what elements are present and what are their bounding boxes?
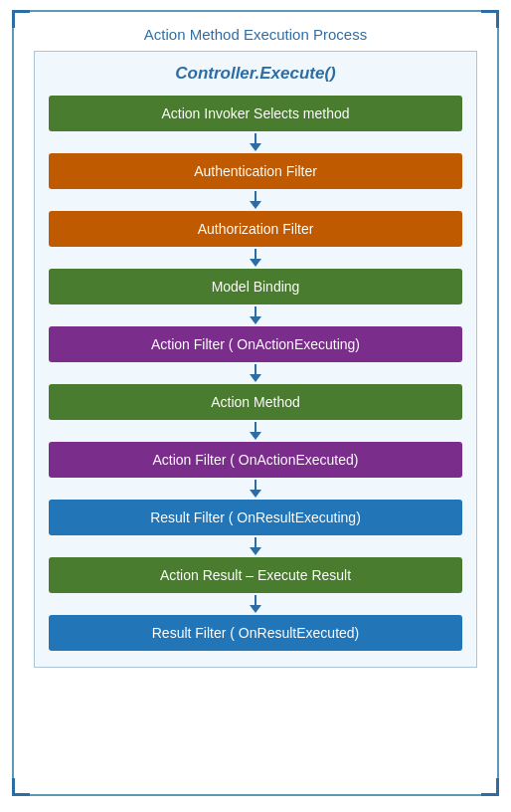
arrow-0 bbox=[250, 133, 261, 151]
arrow-2 bbox=[250, 249, 261, 267]
corner-tr bbox=[481, 10, 499, 28]
arrow-line bbox=[255, 133, 256, 143]
arrow-head bbox=[250, 259, 261, 267]
flow-container: Action Invoker Selects methodAuthenticat… bbox=[49, 96, 462, 651]
outer-container: Action Method Execution Process Controll… bbox=[12, 10, 499, 796]
arrow-1 bbox=[250, 191, 261, 209]
arrow-head bbox=[250, 432, 261, 440]
flow-item-authorization-filter: Authorization Filter bbox=[49, 211, 462, 247]
flow-item-authentication-filter: Authentication Filter bbox=[49, 153, 462, 189]
arrow-line bbox=[255, 249, 256, 259]
flow-item-result-filter-executed: Result Filter ( OnResultExecuted) bbox=[49, 615, 462, 651]
arrow-line bbox=[255, 422, 256, 432]
corner-br bbox=[481, 778, 499, 796]
arrow-head bbox=[250, 201, 261, 209]
flow-item-action-invoker: Action Invoker Selects method bbox=[49, 96, 462, 131]
arrow-line bbox=[255, 364, 256, 374]
flow-item-result-filter-executing: Result Filter ( OnResultExecuting) bbox=[49, 500, 462, 535]
flow-item-model-binding: Model Binding bbox=[49, 269, 462, 304]
arrow-head bbox=[250, 605, 261, 613]
corner-tl bbox=[12, 10, 30, 28]
flow-item-action-method: Action Method bbox=[49, 384, 462, 420]
arrow-line bbox=[255, 480, 256, 490]
arrow-line bbox=[255, 191, 256, 201]
arrow-4 bbox=[250, 364, 261, 382]
arrow-head bbox=[250, 316, 261, 324]
arrow-line bbox=[255, 306, 256, 316]
arrow-line bbox=[255, 595, 256, 605]
arrow-3 bbox=[250, 306, 261, 324]
arrow-head bbox=[250, 374, 261, 382]
arrow-5 bbox=[250, 422, 261, 440]
arrow-head bbox=[250, 143, 261, 151]
arrow-6 bbox=[250, 480, 261, 498]
page-title: Action Method Execution Process bbox=[34, 26, 477, 43]
flow-item-action-filter-executing: Action Filter ( OnActionExecuting) bbox=[49, 326, 462, 362]
controller-label: Controller.Execute() bbox=[175, 64, 336, 84]
inner-box: Controller.Execute() Action Invoker Sele… bbox=[34, 51, 477, 668]
arrow-7 bbox=[250, 537, 261, 555]
arrow-head bbox=[250, 547, 261, 555]
flow-item-action-result: Action Result – Execute Result bbox=[49, 557, 462, 593]
corner-bl bbox=[12, 778, 30, 796]
flow-item-action-filter-executed: Action Filter ( OnActionExecuted) bbox=[49, 442, 462, 478]
arrow-8 bbox=[250, 595, 261, 613]
arrow-line bbox=[255, 537, 256, 547]
arrow-head bbox=[250, 490, 261, 498]
